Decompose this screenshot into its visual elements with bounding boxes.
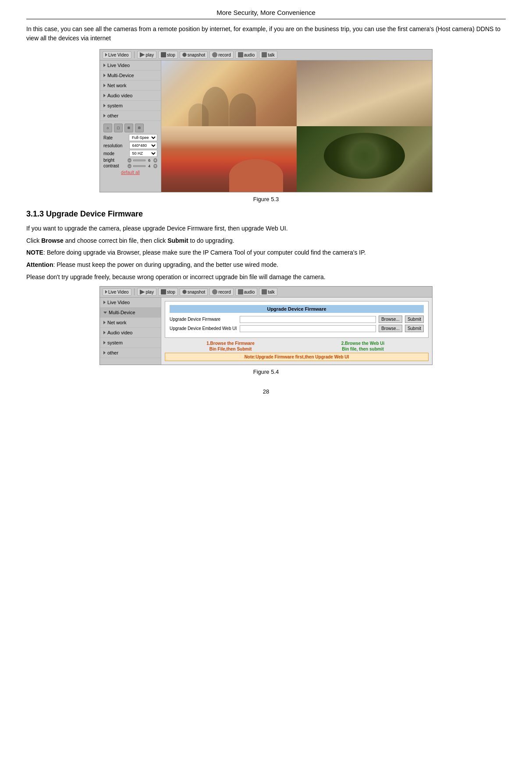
sidebar-item-live-video-2[interactable]: Live Video <box>100 298 161 308</box>
play-icon <box>140 52 145 57</box>
sidebar-item-audio-video-2[interactable]: Audio video <box>100 328 161 338</box>
body-para-4: Attention: Please must keep the power on… <box>26 260 506 270</box>
bright-row: bright − 6 + <box>103 158 157 163</box>
view-icon-4[interactable]: ⊟ <box>135 124 144 132</box>
video-grid-1 <box>161 60 432 192</box>
stop-btn-2[interactable]: stop <box>158 288 178 296</box>
snapshot-btn[interactable]: snapshot <box>180 51 208 59</box>
upgrade-panel: Upgrade Device Firmware Upgrade Device F… <box>165 301 429 338</box>
annotations-area: 1.Browse the Firmware Bin File,then Subm… <box>163 340 430 353</box>
view-icon-1[interactable]: ○ <box>103 124 112 132</box>
page-title: More Security, More Convenience <box>26 9 506 19</box>
intro-text: In this case, you can see all the camera… <box>26 25 506 43</box>
snapshot-btn-2[interactable]: snapshot <box>180 288 208 296</box>
para2-bold1: Browse <box>41 237 64 244</box>
record-label-2: record <box>218 290 231 294</box>
sidebar-system-label-2: system <box>107 340 123 345</box>
talk-btn-2[interactable]: talk <box>259 288 277 296</box>
toolbar-2: Live Video play stop snapshot record a <box>100 287 432 298</box>
view-icon-3[interactable]: ⊞ <box>124 124 133 132</box>
bright-track[interactable] <box>133 160 145 161</box>
view-icon-2[interactable]: □ <box>114 124 123 132</box>
video-cell-bathroom <box>161 126 297 192</box>
upgrade-webui-browse-btn[interactable]: Browse... <box>379 325 402 332</box>
upgrade-webui-row: Upgrade Device Embeded Web UI Browse... … <box>170 325 424 332</box>
stop-btn[interactable]: stop <box>158 51 178 59</box>
resolution-select[interactable]: 640*480 <box>129 142 157 149</box>
contrast-value: 4 <box>147 164 152 168</box>
section-heading: 3.1.3 Upgrade Device Firmware <box>26 209 506 219</box>
upgrade-firmware-submit-btn[interactable]: Submit <box>405 316 424 323</box>
upgrade-firmware-label: Upgrade Device Firmware <box>170 317 237 322</box>
mode-row: mode 50 HZ <box>103 150 157 157</box>
expand-icon <box>103 84 106 87</box>
sidebar-item-network[interactable]: Net work <box>100 81 161 91</box>
contrast-plus-btn[interactable]: + <box>153 164 157 168</box>
annotation-2-text: 2.Browse the Web Ui Bin file, then submi… <box>299 340 427 352</box>
sidebar-menu-2: Live Video Multi-Device Net work Audio v… <box>100 298 161 358</box>
play-btn-2[interactable]: play <box>137 288 156 296</box>
play-tri-icon <box>105 53 107 57</box>
default-all-link[interactable]: default all <box>103 170 157 175</box>
figure-5-4-container: Live Video play stop snapshot record a <box>26 286 506 375</box>
figure-5-3-caption: Figure 5.3 <box>253 196 279 202</box>
expand-icon <box>103 74 106 77</box>
sidebar-item-system[interactable]: system <box>100 101 161 111</box>
upgrade-firmware-row: Upgrade Device Firmware Browse... Submit <box>170 316 424 323</box>
mode-select[interactable]: 50 HZ <box>129 150 157 157</box>
expand-icon <box>103 341 106 344</box>
play-btn[interactable]: play <box>137 51 156 59</box>
record-btn-2[interactable]: record <box>209 288 233 296</box>
talk-btn[interactable]: talk <box>259 51 277 59</box>
audio-icon <box>238 52 243 57</box>
live-video-btn[interactable]: Live Video <box>103 51 131 59</box>
sidebar-item-other-2[interactable]: other <box>100 348 161 358</box>
body-para-1: If you want to upgrade the camera, pleas… <box>26 224 506 234</box>
live-video-btn-2[interactable]: Live Video <box>103 288 131 296</box>
bright-plus-btn[interactable]: + <box>153 158 157 163</box>
sidebar-item-network-2[interactable]: Net work <box>100 318 161 328</box>
audio-btn-2[interactable]: audio <box>235 288 257 296</box>
upgrade-firmware-input[interactable] <box>240 316 376 323</box>
page-number: 28 <box>26 388 506 395</box>
para2-end: to do upgrading. <box>188 237 234 244</box>
camera-ui-1: Live Video play stop snapshot record a <box>99 49 433 192</box>
upgrade-webui-input[interactable] <box>240 325 376 332</box>
mode-label: mode <box>103 151 128 156</box>
stop-icon-2 <box>161 289 166 294</box>
sidebar-audio-video-label: Audio video <box>107 93 133 98</box>
contrast-label: contrast <box>103 163 126 168</box>
contrast-minus-btn[interactable]: − <box>128 164 131 168</box>
upgrade-firmware-browse-btn[interactable]: Browse... <box>379 316 402 323</box>
sidebar-item-audio-video[interactable]: Audio video <box>100 91 161 101</box>
play-label-2: play <box>146 290 154 294</box>
play-label: play <box>146 53 154 57</box>
sidebar-item-multi-device[interactable]: Multi-Device <box>100 71 161 81</box>
stop-label: stop <box>167 53 175 57</box>
sidebar-item-system-2[interactable]: system <box>100 338 161 348</box>
record-btn[interactable]: record <box>209 51 233 59</box>
cam-sidebar-1: Live Video Multi-Device Net work Audio v… <box>100 60 161 192</box>
contrast-track[interactable] <box>133 165 145 167</box>
audio-btn[interactable]: audio <box>235 51 257 59</box>
record-icon <box>212 52 217 57</box>
audio-icon-2 <box>238 289 243 294</box>
talk-icon <box>262 52 267 57</box>
sidebar-item-other[interactable]: other <box>100 111 161 121</box>
sidebar-item-live-video[interactable]: Live Video <box>100 60 161 71</box>
para4-text: : Please must keep the power on during u… <box>53 261 278 268</box>
para2-mid: and choose correct bin file, then click <box>64 237 167 244</box>
sidebar-audio-video-label-2: Audio video <box>107 330 133 335</box>
toolbar-1: Live Video play stop snapshot record a <box>100 50 432 60</box>
resolution-row: resolution 640*480 <box>103 142 157 149</box>
sidebar-item-multi-device-2[interactable]: Multi-Device <box>100 308 161 318</box>
video-cell-living <box>297 60 432 126</box>
cam-body-2: Live Video Multi-Device Net work Audio v… <box>100 298 432 365</box>
audio-label-2: audio <box>244 290 255 294</box>
sidebar-multi-device-label: Multi-Device <box>107 73 134 78</box>
snapshot-icon <box>182 53 187 57</box>
bright-minus-btn[interactable]: − <box>128 158 131 163</box>
upgrade-webui-label: Upgrade Device Embeded Web UI <box>170 326 237 331</box>
upgrade-webui-submit-btn[interactable]: Submit <box>405 325 424 332</box>
rate-select[interactable]: Full-Speed <box>129 134 157 141</box>
